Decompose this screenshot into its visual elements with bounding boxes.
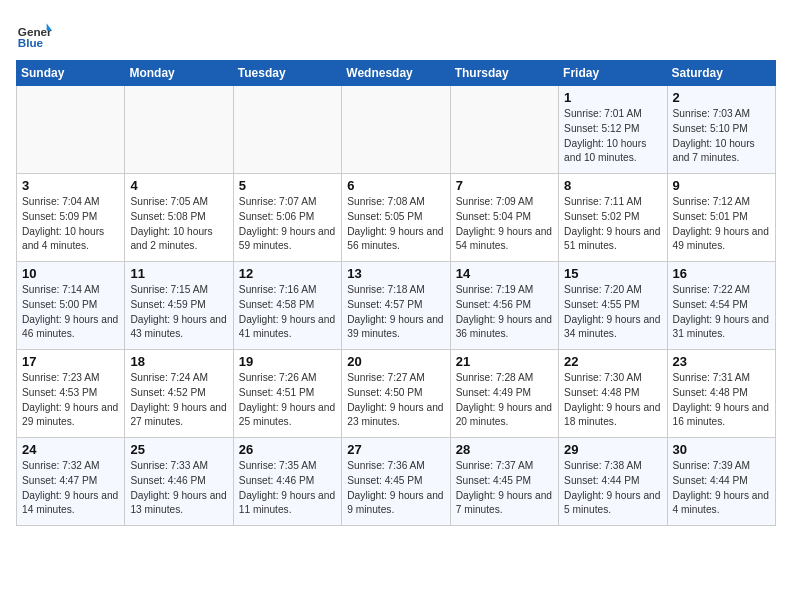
day-number: 5 — [239, 178, 336, 193]
day-number: 16 — [673, 266, 770, 281]
calendar-cell: 29Sunrise: 7:38 AM Sunset: 4:44 PM Dayli… — [559, 438, 667, 526]
day-number: 27 — [347, 442, 444, 457]
day-number: 23 — [673, 354, 770, 369]
day-info: Sunrise: 7:27 AM Sunset: 4:50 PM Dayligh… — [347, 371, 444, 430]
day-number: 21 — [456, 354, 553, 369]
day-number: 3 — [22, 178, 119, 193]
day-of-week-header: Monday — [125, 61, 233, 86]
calendar-cell: 20Sunrise: 7:27 AM Sunset: 4:50 PM Dayli… — [342, 350, 450, 438]
day-number: 10 — [22, 266, 119, 281]
day-info: Sunrise: 7:08 AM Sunset: 5:05 PM Dayligh… — [347, 195, 444, 254]
calendar-cell: 24Sunrise: 7:32 AM Sunset: 4:47 PM Dayli… — [17, 438, 125, 526]
calendar-cell: 2Sunrise: 7:03 AM Sunset: 5:10 PM Daylig… — [667, 86, 775, 174]
day-info: Sunrise: 7:20 AM Sunset: 4:55 PM Dayligh… — [564, 283, 661, 342]
day-number: 29 — [564, 442, 661, 457]
calendar-cell: 4Sunrise: 7:05 AM Sunset: 5:08 PM Daylig… — [125, 174, 233, 262]
day-info: Sunrise: 7:01 AM Sunset: 5:12 PM Dayligh… — [564, 107, 661, 166]
calendar-cell: 18Sunrise: 7:24 AM Sunset: 4:52 PM Dayli… — [125, 350, 233, 438]
calendar-cell — [342, 86, 450, 174]
calendar-cell: 7Sunrise: 7:09 AM Sunset: 5:04 PM Daylig… — [450, 174, 558, 262]
calendar-table: SundayMondayTuesdayWednesdayThursdayFrid… — [16, 60, 776, 526]
day-info: Sunrise: 7:18 AM Sunset: 4:57 PM Dayligh… — [347, 283, 444, 342]
day-number: 22 — [564, 354, 661, 369]
logo: General Blue — [16, 16, 52, 52]
calendar-cell: 17Sunrise: 7:23 AM Sunset: 4:53 PM Dayli… — [17, 350, 125, 438]
day-number: 7 — [456, 178, 553, 193]
calendar-cell — [233, 86, 341, 174]
calendar-cell: 23Sunrise: 7:31 AM Sunset: 4:48 PM Dayli… — [667, 350, 775, 438]
calendar-cell: 15Sunrise: 7:20 AM Sunset: 4:55 PM Dayli… — [559, 262, 667, 350]
day-info: Sunrise: 7:26 AM Sunset: 4:51 PM Dayligh… — [239, 371, 336, 430]
calendar-cell: 9Sunrise: 7:12 AM Sunset: 5:01 PM Daylig… — [667, 174, 775, 262]
day-info: Sunrise: 7:03 AM Sunset: 5:10 PM Dayligh… — [673, 107, 770, 166]
day-info: Sunrise: 7:05 AM Sunset: 5:08 PM Dayligh… — [130, 195, 227, 254]
day-number: 20 — [347, 354, 444, 369]
calendar-week-row: 10Sunrise: 7:14 AM Sunset: 5:00 PM Dayli… — [17, 262, 776, 350]
day-info: Sunrise: 7:32 AM Sunset: 4:47 PM Dayligh… — [22, 459, 119, 518]
day-info: Sunrise: 7:37 AM Sunset: 4:45 PM Dayligh… — [456, 459, 553, 518]
day-number: 14 — [456, 266, 553, 281]
calendar-cell: 11Sunrise: 7:15 AM Sunset: 4:59 PM Dayli… — [125, 262, 233, 350]
calendar-cell: 30Sunrise: 7:39 AM Sunset: 4:44 PM Dayli… — [667, 438, 775, 526]
calendar-cell: 27Sunrise: 7:36 AM Sunset: 4:45 PM Dayli… — [342, 438, 450, 526]
logo-icon: General Blue — [16, 16, 52, 52]
day-number: 6 — [347, 178, 444, 193]
day-number: 1 — [564, 90, 661, 105]
day-info: Sunrise: 7:33 AM Sunset: 4:46 PM Dayligh… — [130, 459, 227, 518]
day-number: 28 — [456, 442, 553, 457]
day-of-week-header: Wednesday — [342, 61, 450, 86]
calendar-cell: 12Sunrise: 7:16 AM Sunset: 4:58 PM Dayli… — [233, 262, 341, 350]
day-info: Sunrise: 7:07 AM Sunset: 5:06 PM Dayligh… — [239, 195, 336, 254]
day-number: 30 — [673, 442, 770, 457]
day-info: Sunrise: 7:38 AM Sunset: 4:44 PM Dayligh… — [564, 459, 661, 518]
day-info: Sunrise: 7:04 AM Sunset: 5:09 PM Dayligh… — [22, 195, 119, 254]
day-number: 2 — [673, 90, 770, 105]
day-info: Sunrise: 7:36 AM Sunset: 4:45 PM Dayligh… — [347, 459, 444, 518]
day-info: Sunrise: 7:24 AM Sunset: 4:52 PM Dayligh… — [130, 371, 227, 430]
day-number: 15 — [564, 266, 661, 281]
calendar-cell: 21Sunrise: 7:28 AM Sunset: 4:49 PM Dayli… — [450, 350, 558, 438]
calendar-cell — [450, 86, 558, 174]
day-info: Sunrise: 7:19 AM Sunset: 4:56 PM Dayligh… — [456, 283, 553, 342]
day-info: Sunrise: 7:28 AM Sunset: 4:49 PM Dayligh… — [456, 371, 553, 430]
svg-text:Blue: Blue — [18, 36, 44, 49]
day-number: 25 — [130, 442, 227, 457]
day-info: Sunrise: 7:35 AM Sunset: 4:46 PM Dayligh… — [239, 459, 336, 518]
calendar-cell: 19Sunrise: 7:26 AM Sunset: 4:51 PM Dayli… — [233, 350, 341, 438]
day-number: 19 — [239, 354, 336, 369]
calendar-cell: 28Sunrise: 7:37 AM Sunset: 4:45 PM Dayli… — [450, 438, 558, 526]
calendar-week-row: 3Sunrise: 7:04 AM Sunset: 5:09 PM Daylig… — [17, 174, 776, 262]
calendar-week-row: 24Sunrise: 7:32 AM Sunset: 4:47 PM Dayli… — [17, 438, 776, 526]
day-number: 17 — [22, 354, 119, 369]
calendar-cell: 10Sunrise: 7:14 AM Sunset: 5:00 PM Dayli… — [17, 262, 125, 350]
calendar-cell: 5Sunrise: 7:07 AM Sunset: 5:06 PM Daylig… — [233, 174, 341, 262]
calendar-cell — [17, 86, 125, 174]
day-info: Sunrise: 7:11 AM Sunset: 5:02 PM Dayligh… — [564, 195, 661, 254]
calendar-header-row: SundayMondayTuesdayWednesdayThursdayFrid… — [17, 61, 776, 86]
day-info: Sunrise: 7:15 AM Sunset: 4:59 PM Dayligh… — [130, 283, 227, 342]
day-number: 13 — [347, 266, 444, 281]
calendar-cell: 8Sunrise: 7:11 AM Sunset: 5:02 PM Daylig… — [559, 174, 667, 262]
day-number: 12 — [239, 266, 336, 281]
calendar-cell: 6Sunrise: 7:08 AM Sunset: 5:05 PM Daylig… — [342, 174, 450, 262]
day-info: Sunrise: 7:22 AM Sunset: 4:54 PM Dayligh… — [673, 283, 770, 342]
calendar-cell: 22Sunrise: 7:30 AM Sunset: 4:48 PM Dayli… — [559, 350, 667, 438]
day-of-week-header: Tuesday — [233, 61, 341, 86]
day-number: 26 — [239, 442, 336, 457]
day-info: Sunrise: 7:14 AM Sunset: 5:00 PM Dayligh… — [22, 283, 119, 342]
day-number: 11 — [130, 266, 227, 281]
day-number: 24 — [22, 442, 119, 457]
day-number: 9 — [673, 178, 770, 193]
day-info: Sunrise: 7:09 AM Sunset: 5:04 PM Dayligh… — [456, 195, 553, 254]
day-of-week-header: Saturday — [667, 61, 775, 86]
calendar-cell: 3Sunrise: 7:04 AM Sunset: 5:09 PM Daylig… — [17, 174, 125, 262]
calendar-week-row: 1Sunrise: 7:01 AM Sunset: 5:12 PM Daylig… — [17, 86, 776, 174]
calendar-cell: 16Sunrise: 7:22 AM Sunset: 4:54 PM Dayli… — [667, 262, 775, 350]
day-info: Sunrise: 7:39 AM Sunset: 4:44 PM Dayligh… — [673, 459, 770, 518]
day-number: 18 — [130, 354, 227, 369]
calendar-cell: 26Sunrise: 7:35 AM Sunset: 4:46 PM Dayli… — [233, 438, 341, 526]
day-number: 8 — [564, 178, 661, 193]
calendar-cell: 1Sunrise: 7:01 AM Sunset: 5:12 PM Daylig… — [559, 86, 667, 174]
day-of-week-header: Thursday — [450, 61, 558, 86]
day-of-week-header: Friday — [559, 61, 667, 86]
